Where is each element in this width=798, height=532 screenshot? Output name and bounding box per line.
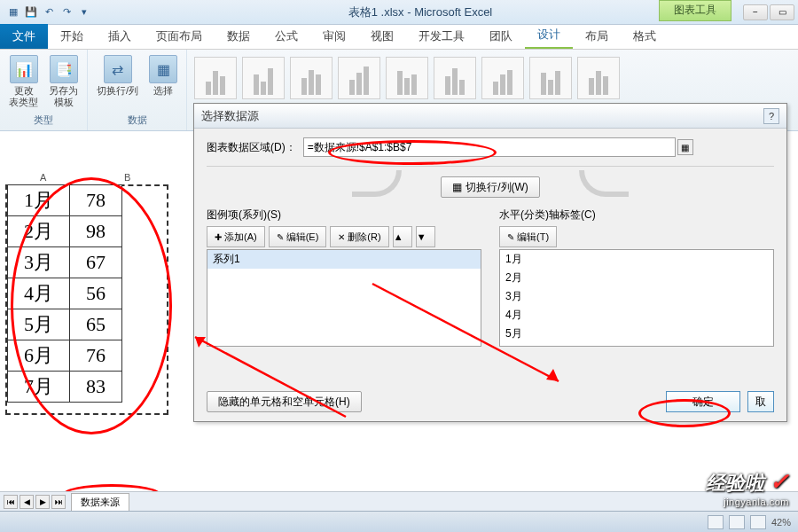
- qat-dropdown-icon[interactable]: ▾: [76, 4, 92, 20]
- range-input[interactable]: [303, 137, 676, 157]
- edit-icon: ✎: [507, 232, 514, 242]
- grid-icon: ▦: [452, 181, 462, 193]
- axis-title: 水平(分类)轴标签(C): [499, 207, 774, 223]
- chart-style-item[interactable]: [577, 57, 620, 99]
- table-row: 2月98: [8, 216, 122, 247]
- sheet-nav-last[interactable]: ⏭: [51, 495, 66, 509]
- cell[interactable]: 76: [70, 340, 122, 372]
- switch-rowcol-button[interactable]: ⇄ 切换行/列: [95, 53, 140, 98]
- chart-style-item[interactable]: [242, 57, 285, 99]
- window-controls: − ▭: [743, 4, 798, 20]
- tab-format[interactable]: 格式: [621, 24, 669, 49]
- category-listbox[interactable]: 1月 2月 3月 4月 5月: [499, 249, 774, 347]
- cell[interactable]: 1月: [8, 185, 70, 216]
- cell[interactable]: 6月: [8, 340, 70, 372]
- cancel-button[interactable]: 取: [747, 391, 774, 412]
- tab-team[interactable]: 团队: [477, 24, 525, 49]
- switch-label: 切换行/列(W): [466, 180, 528, 195]
- undo-icon[interactable]: ↶: [41, 4, 57, 20]
- legend-title: 图例项(系列)(S): [207, 207, 481, 223]
- move-down-button[interactable]: ▼: [416, 226, 435, 247]
- range-picker-icon[interactable]: ▦: [677, 139, 693, 155]
- chart-style-item[interactable]: [529, 57, 572, 99]
- zoom-label: 42%: [771, 517, 791, 528]
- tab-developer[interactable]: 开发工具: [406, 24, 477, 49]
- list-item[interactable]: 4月: [500, 306, 773, 325]
- chart-style-item[interactable]: [481, 57, 524, 99]
- chart-style-item[interactable]: [194, 57, 237, 99]
- redo-icon[interactable]: ↷: [59, 4, 74, 20]
- col-header-b[interactable]: B: [124, 172, 130, 183]
- data-table[interactable]: 1月78 2月98 3月67 4月56 5月65 6月76 7月83: [7, 184, 122, 403]
- select-data-icon: ▦: [149, 55, 177, 83]
- cell[interactable]: 83: [70, 372, 122, 403]
- view-page-button[interactable]: [729, 515, 745, 529]
- chart-style-item[interactable]: [290, 57, 332, 99]
- watermark-url: jingyanla.com: [706, 497, 789, 507]
- dialog-titlebar: 选择数据源 ?: [194, 104, 786, 129]
- sheet-nav-prev[interactable]: ◀: [20, 495, 34, 509]
- chart-style-item[interactable]: [386, 57, 428, 99]
- ribbon-group-data: ⇄ 切换行/列 ▦ 选择 数据: [88, 50, 187, 130]
- tab-layout[interactable]: 布局: [573, 24, 621, 49]
- switch-icon: ⇄: [104, 55, 132, 83]
- move-up-button[interactable]: ▲: [393, 226, 412, 247]
- save-template-button[interactable]: 📑 另存为 模板: [47, 53, 80, 110]
- window-title: 表格1 .xlsx - Microsoft Excel: [98, 4, 743, 20]
- list-item[interactable]: 系列1: [207, 250, 481, 269]
- cell[interactable]: 3月: [8, 247, 70, 278]
- cell[interactable]: 2月: [8, 216, 70, 247]
- ok-button[interactable]: 确定: [666, 391, 740, 412]
- cell[interactable]: 4月: [8, 278, 70, 309]
- list-item[interactable]: 2月: [500, 269, 773, 287]
- chart-tools-context: 图表工具: [659, 0, 732, 21]
- cell[interactable]: 98: [70, 216, 122, 247]
- col-header-a[interactable]: A: [40, 172, 46, 183]
- cell[interactable]: 65: [70, 309, 122, 340]
- tab-data[interactable]: 数据: [215, 24, 262, 49]
- restore-button[interactable]: ▭: [770, 4, 794, 20]
- cell[interactable]: 56: [70, 278, 122, 309]
- edit-axis-button[interactable]: ✎编辑(T): [499, 226, 557, 247]
- chart-style-item[interactable]: [434, 57, 476, 99]
- switch-rowcol-dialog-button[interactable]: ▦切换行/列(W): [441, 176, 540, 198]
- cell[interactable]: 5月: [8, 309, 70, 340]
- cell[interactable]: 78: [70, 185, 122, 216]
- select-data-button[interactable]: ▦ 选择: [147, 53, 179, 98]
- table-row: 7月83: [8, 372, 122, 403]
- list-item[interactable]: 1月: [500, 250, 773, 269]
- sheet-tab[interactable]: 数据来源: [71, 493, 129, 511]
- table-row: 3月67: [8, 247, 122, 278]
- chart-style-item[interactable]: [338, 57, 380, 99]
- tab-design[interactable]: 设计: [525, 22, 573, 49]
- series-listbox[interactable]: 系列1: [207, 249, 481, 347]
- table-row: 5月65: [8, 309, 122, 340]
- edit-series-button[interactable]: ✎编辑(E): [269, 226, 327, 247]
- edit2-label: 编辑(T): [517, 231, 549, 244]
- minimize-button[interactable]: −: [743, 4, 768, 20]
- ribbon-group-type: 📊 更改 表类型 📑 另存为 模板 类型: [0, 50, 88, 130]
- add-series-button[interactable]: ✚添加(A): [207, 226, 265, 247]
- save-icon[interactable]: 💾: [23, 4, 39, 20]
- sheet-nav-next[interactable]: ▶: [35, 495, 50, 509]
- list-item[interactable]: 3月: [500, 287, 773, 306]
- tab-home[interactable]: 开始: [48, 24, 96, 49]
- tab-view[interactable]: 视图: [358, 24, 406, 49]
- sheet-nav-first[interactable]: ⏮: [4, 495, 18, 509]
- tab-page-layout[interactable]: 页面布局: [144, 24, 215, 49]
- list-item[interactable]: 5月: [500, 325, 773, 343]
- view-break-button[interactable]: [750, 515, 766, 529]
- dialog-help-button[interactable]: ?: [763, 108, 779, 124]
- cell[interactable]: 67: [70, 247, 122, 278]
- tab-review[interactable]: 审阅: [310, 24, 358, 49]
- ribbon-tabs: 文件 开始 插入 页面布局 数据 公式 审阅 视图 开发工具 团队 设计 布局 …: [0, 25, 798, 50]
- hidden-cells-button[interactable]: 隐藏的单元格和空单元格(H): [207, 391, 362, 412]
- change-chart-type-button[interactable]: 📊 更改 表类型: [7, 53, 40, 110]
- cell[interactable]: 7月: [8, 372, 70, 403]
- file-tab[interactable]: 文件: [0, 24, 48, 49]
- tab-insert[interactable]: 插入: [96, 24, 144, 49]
- view-normal-button[interactable]: [708, 515, 724, 529]
- delete-series-button[interactable]: ✕删除(R): [330, 226, 388, 247]
- tab-formulas[interactable]: 公式: [262, 24, 310, 49]
- edit-icon: ✎: [277, 232, 284, 242]
